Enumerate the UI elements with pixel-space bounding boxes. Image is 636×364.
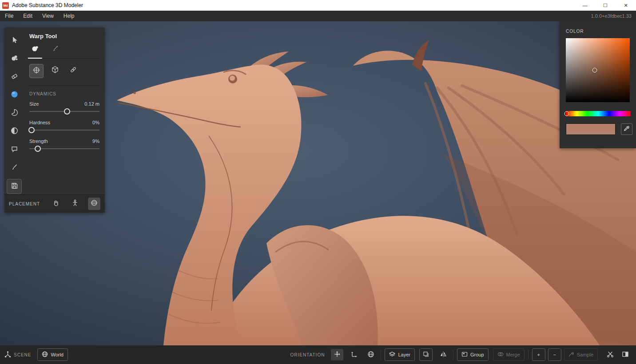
size-slider-knob[interactable] [64, 108, 70, 115]
hardness-slider: Hardness 0% [29, 120, 99, 134]
size-slider: Size 0.12 m [29, 101, 99, 115]
axis-snap-button[interactable] [348, 349, 360, 360]
hand-placement-button[interactable] [50, 198, 62, 210]
zoom-in-button[interactable]: + [532, 348, 545, 361]
crosshair-sphere-icon [32, 66, 40, 76]
globe-icon [367, 351, 374, 359]
warp-sphere-icon [11, 91, 18, 100]
layer-button[interactable]: Layer [385, 348, 415, 361]
world-label: World [51, 352, 64, 357]
separator [453, 350, 453, 360]
globe-icon [42, 351, 48, 358]
sculpt-brush-icon [31, 46, 39, 54]
group-icon [461, 351, 468, 358]
mode-link-warp-button[interactable] [67, 64, 80, 77]
save-tool-button[interactable] [7, 179, 22, 194]
close-button[interactable]: ✕ [616, 0, 636, 11]
strength-slider-knob[interactable] [35, 146, 41, 152]
paint-bubble-icon [11, 145, 18, 154]
mannequin-icon [72, 199, 79, 208]
mannequin-placement-button[interactable] [69, 198, 81, 210]
mirror-button[interactable] [437, 349, 449, 360]
sphere-placement-button[interactable] [88, 198, 100, 210]
eyedropper-icon [624, 125, 630, 133]
sample-button[interactable]: Sample [564, 348, 598, 361]
world-space-button[interactable] [365, 349, 377, 360]
clay-tool-button[interactable] [7, 51, 21, 66]
separator [528, 350, 529, 360]
axis-icon [350, 351, 358, 359]
crease-tool-button[interactable] [7, 161, 21, 175]
version-label: 1.0.0+e3fdbec1.33 [591, 13, 632, 19]
window-controls: — ☐ ✕ [575, 0, 636, 11]
separator [381, 350, 381, 360]
mode-cube-warp-button[interactable] [48, 64, 62, 77]
menu-view[interactable]: View [37, 11, 59, 21]
half-sphere-icon [11, 127, 18, 136]
sphere-icon [91, 199, 98, 208]
menu-help[interactable]: Help [59, 11, 80, 21]
group-button[interactable]: Group [457, 348, 489, 361]
group-label: Group [470, 352, 484, 357]
smooth-tool-button[interactable] [7, 70, 21, 84]
placement-bar: PLACEMENT [4, 194, 105, 213]
warp-tool-button[interactable] [7, 88, 21, 102]
mirror-icon [440, 351, 447, 359]
separator [29, 85, 100, 86]
sv-picker-handle[interactable] [592, 68, 597, 73]
hue-slider-handle[interactable] [564, 111, 569, 116]
tool-panel: Warp Tool [4, 28, 105, 213]
scene-label: SCENE [14, 352, 31, 357]
world-button[interactable]: World [37, 348, 68, 361]
hardness-label: Hardness [29, 120, 50, 125]
split-view-button[interactable] [619, 349, 632, 360]
placement-heading: PLACEMENT [9, 202, 40, 206]
merge-button[interactable]: Merge [493, 348, 525, 361]
hardness-slider-knob[interactable] [28, 127, 35, 133]
strength-label: Strength [29, 138, 48, 144]
strength-slider: Strength 9% [29, 138, 99, 152]
eyedropper-icon [568, 352, 574, 358]
layers-icon [389, 351, 395, 358]
clay-blob-icon [11, 54, 18, 63]
menu-file[interactable]: File [0, 11, 18, 21]
pie-icon [11, 109, 18, 118]
eyedropper-button[interactable] [621, 123, 632, 135]
inflate-tool-button[interactable] [7, 106, 21, 120]
paint-tool-button[interactable] [7, 142, 21, 157]
cut-button[interactable] [604, 349, 616, 360]
duplicate-button[interactable] [419, 348, 433, 361]
brush-tabs [29, 45, 99, 59]
hue-slider[interactable] [566, 111, 631, 116]
tool-strip [4, 28, 24, 194]
zoom-out-button[interactable]: − [548, 348, 561, 361]
detail-brush-icon [52, 46, 59, 54]
color-heading: COLOR [560, 21, 636, 34]
sample-label: Sample [577, 352, 593, 357]
flatten-tool-button[interactable] [7, 124, 21, 138]
menu-edit[interactable]: Edit [18, 11, 37, 21]
panel-title: Warp Tool [29, 33, 99, 40]
saturation-value-picker[interactable] [566, 38, 630, 102]
merge-label: Merge [506, 352, 520, 357]
select-tool-button[interactable] [7, 33, 21, 47]
color-panel: COLOR [560, 21, 636, 148]
move-gizmo-button[interactable] [331, 349, 343, 360]
layer-label: Layer [398, 352, 410, 357]
warp-mode-row [29, 64, 99, 78]
move-gizmo-icon [334, 351, 341, 359]
current-color-swatch[interactable] [566, 123, 616, 135]
cube-icon [51, 66, 59, 75]
size-slider-track[interactable] [29, 108, 99, 115]
tab-sculpt-brush[interactable] [31, 45, 39, 58]
save-disk-icon [11, 182, 18, 191]
minimize-button[interactable]: — [575, 0, 595, 11]
merge-icon [497, 351, 504, 358]
strength-slider-track[interactable] [29, 145, 99, 152]
tab-detail-brush[interactable] [52, 45, 59, 58]
size-label: Size [29, 101, 39, 107]
mode-sphere-warp-button[interactable] [29, 64, 44, 78]
link-icon [69, 66, 77, 75]
hardness-slider-track[interactable] [29, 127, 99, 134]
maximize-button[interactable]: ☐ [595, 0, 616, 11]
